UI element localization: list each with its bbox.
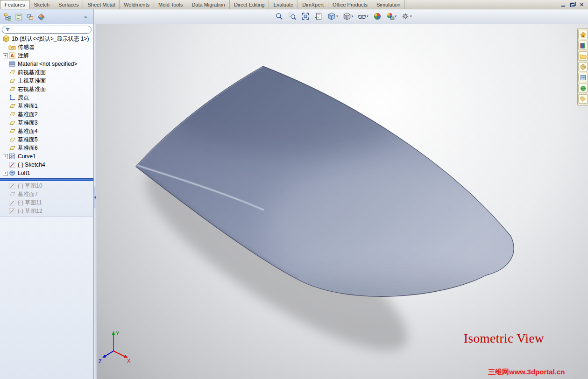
edit-appearance-icon: [373, 12, 382, 21]
panel-collapse-handle[interactable]: [94, 187, 96, 208]
configuration-manager-icon: [26, 13, 34, 21]
tree-item-label: 右视基准面: [18, 85, 46, 93]
zoom-to-area-icon: [288, 12, 297, 21]
tab-dimxpert[interactable]: DimXpert: [298, 0, 328, 9]
custom-properties-button[interactable]: [578, 94, 588, 104]
restore-icon: [570, 3, 574, 7]
annotations-icon: [8, 52, 16, 59]
tree-item-label: 基准面7: [18, 190, 38, 198]
zoom-to-fit-button[interactable]: [299, 10, 312, 22]
sensors-icon: [8, 43, 16, 51]
zoom-to-fit-icon: [301, 12, 310, 21]
plane-icon: [8, 102, 16, 110]
previous-view-button[interactable]: [312, 10, 325, 22]
tab-data-migration[interactable]: Data Migration: [187, 0, 230, 9]
dropdown-arrow-icon[interactable]: ▾: [395, 14, 397, 18]
view-palette-button[interactable]: [578, 62, 588, 71]
tab-simulation[interactable]: Simulation: [372, 0, 405, 9]
display-style-button[interactable]: ▾: [341, 10, 355, 22]
tree-item-label: (-) 草图11: [18, 199, 42, 207]
tab-features[interactable]: Features: [0, 0, 29, 9]
displaymanager-tab[interactable]: [35, 11, 47, 22]
tree-item-plane7[interactable]: 基准面7: [0, 190, 93, 198]
tree-item-curve1[interactable]: + Curve1: [0, 152, 93, 161]
collapse-arrow-icon: [94, 196, 96, 199]
minimize-icon: [561, 6, 565, 7]
solidworks-resources-button[interactable]: [578, 30, 588, 39]
scenes-button[interactable]: [578, 84, 588, 93]
plane-icon: [8, 136, 16, 143]
tree-item-plane2[interactable]: 基准面2: [0, 110, 93, 119]
minimize-button[interactable]: [559, 1, 567, 8]
tree-item-front-plane[interactable]: 前视基准面: [0, 68, 93, 77]
triad-y-label: Y: [116, 330, 120, 336]
model-surface[interactable]: [136, 43, 517, 332]
tree-item-sketch12[interactable]: (-) 草图12: [0, 207, 93, 215]
tab-evaluate[interactable]: Evaluate: [269, 0, 298, 9]
expand-toggle-icon[interactable]: +: [3, 171, 8, 176]
edit-appearance-button[interactable]: [371, 10, 383, 22]
tree-item-plane3[interactable]: 基准面3: [0, 119, 93, 127]
tree-item-origin[interactable]: 原点: [0, 93, 93, 102]
close-button[interactable]: ×: [578, 1, 586, 8]
expand-toggle-icon[interactable]: +: [3, 53, 8, 58]
tree-item-sketch11[interactable]: (-) 草图11: [0, 198, 93, 207]
tree-item-material[interactable]: Material <not specified>: [0, 60, 93, 68]
dropdown-arrow-icon[interactable]: ▾: [367, 14, 368, 18]
window-controls: ×: [559, 0, 588, 9]
sketch-icon: [8, 199, 16, 206]
tab-office-products[interactable]: Office Products: [328, 0, 372, 9]
zoom-in-out-button[interactable]: [273, 10, 285, 22]
tree-root-item[interactable]: 1b (默认<<默认>_显示状态 1>): [0, 35, 93, 43]
tree-item-top-plane[interactable]: 上视基准面: [0, 77, 93, 85]
tree-item-sketch4[interactable]: (-) Sketch4: [0, 161, 93, 169]
dropdown-arrow-icon[interactable]: ▾: [410, 14, 412, 18]
rollback-bar[interactable]: [0, 178, 93, 181]
tree-item-plane1[interactable]: 基准面1: [0, 102, 93, 110]
plane-icon: [8, 77, 16, 84]
propertymanager-tab[interactable]: [13, 11, 24, 22]
configurationmanager-tab[interactable]: [24, 11, 35, 22]
toolbar-overflow-button[interactable]: »: [81, 14, 90, 20]
tab-sketch[interactable]: Sketch: [29, 0, 54, 9]
plane-icon: [8, 190, 16, 198]
expand-toggle-icon[interactable]: +: [3, 154, 8, 159]
tab-direct-editing[interactable]: Direct Editing: [230, 0, 269, 9]
tree-item-label: Curve1: [18, 153, 36, 160]
dropdown-arrow-icon[interactable]: ▾: [352, 14, 354, 18]
plane-icon: [8, 85, 16, 93]
file-explorer-button[interactable]: [578, 51, 588, 61]
tree-item-sensors[interactable]: 传感器: [0, 43, 93, 51]
tree-filter-input[interactable]: [12, 27, 88, 33]
featuremanager-design-tree-tab[interactable]: [2, 11, 13, 22]
view-settings-button[interactable]: ▾: [399, 10, 414, 22]
view-orientation-button[interactable]: ▾: [326, 10, 340, 22]
tree-filter-box[interactable]: [2, 26, 92, 34]
tree-item-plane5[interactable]: 基准面5: [0, 135, 93, 144]
tree-item-sketch10[interactable]: (-) 草图10: [0, 182, 93, 190]
view-orientation-icon: [327, 12, 336, 21]
triad-z-label: Z: [99, 358, 102, 364]
hide-show-items-button[interactable]: ▾: [356, 10, 370, 22]
tab-surfaces[interactable]: Surfaces: [54, 0, 83, 9]
tab-weldments[interactable]: Weldments: [120, 0, 154, 9]
tree-item-loft1[interactable]: + Loft1: [0, 169, 93, 177]
curve-icon: [8, 153, 16, 160]
tree-item-annotations[interactable]: + 注解: [0, 51, 93, 60]
palette-icon: [580, 63, 587, 70]
tree-item-plane6[interactable]: 基准面6: [0, 144, 93, 152]
tab-mold-tools[interactable]: Mold Tools: [154, 0, 187, 9]
tag-icon: [580, 96, 587, 103]
design-library-button[interactable]: [578, 41, 588, 50]
zoom-to-area-button[interactable]: [286, 10, 298, 22]
tree-item-right-plane[interactable]: 右视基准面: [0, 85, 93, 93]
apply-scene-button[interactable]: ▾: [384, 10, 399, 22]
tree-item-plane4[interactable]: 基准面4: [0, 127, 93, 135]
tab-sheet-metal[interactable]: Sheet Metal: [83, 0, 120, 9]
dropdown-arrow-icon[interactable]: ▾: [336, 14, 338, 18]
restore-button[interactable]: [568, 1, 576, 8]
model-canvas[interactable]: Y X Z: [97, 24, 588, 379]
graphics-viewport[interactable]: Y X Z Isometric View 三维网www.3dportal.cn: [97, 24, 588, 379]
apply-scene-icon: [386, 12, 395, 21]
appearances-button[interactable]: [578, 73, 588, 82]
